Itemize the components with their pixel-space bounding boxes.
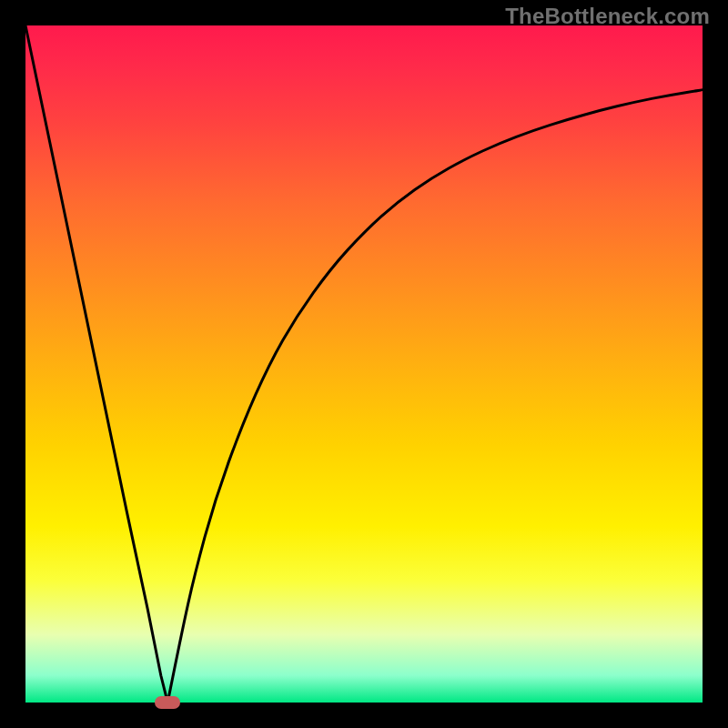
curve-right-branch (167, 90, 703, 703)
curve-left-branch (25, 25, 167, 703)
watermark-text: TheBottleneck.com (505, 4, 710, 29)
plot-area (25, 25, 703, 703)
chart-frame: TheBottleneck.com (0, 0, 728, 728)
bottleneck-marker (155, 696, 180, 709)
curve-svg (25, 25, 703, 703)
